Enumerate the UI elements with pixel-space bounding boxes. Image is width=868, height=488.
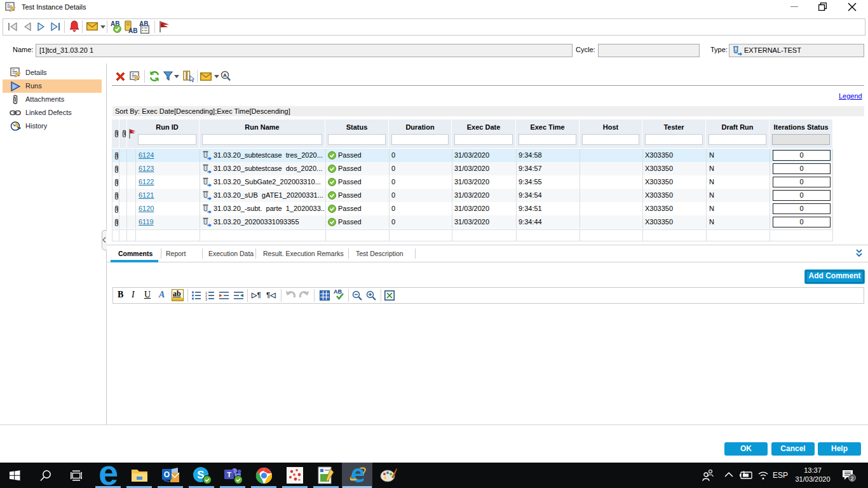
svg-text:2: 2 <box>850 475 853 482</box>
svg-text:O: O <box>164 470 170 479</box>
svg-text:T: T <box>227 471 231 478</box>
svg-text:3: 3 <box>205 297 207 301</box>
svg-text:A: A <box>223 72 227 78</box>
